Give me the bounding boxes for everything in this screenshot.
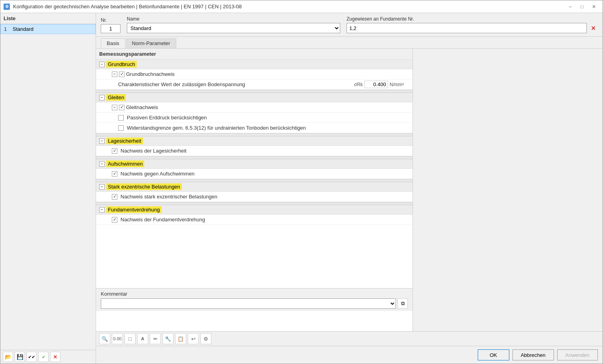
apply-button[interactable]: Anwenden bbox=[557, 349, 598, 360]
stark-exzentrisch-nachweis-row: Nachweis stark exzentrischer Belastungen bbox=[96, 192, 413, 202]
stark-exzentrisch-check[interactable] bbox=[112, 194, 117, 200]
fundamentverdrehung-check[interactable] bbox=[112, 217, 117, 223]
tab-basis[interactable]: Basis bbox=[101, 38, 125, 48]
comment-input-row: ⧉ bbox=[101, 298, 408, 309]
char-wert-input[interactable] bbox=[364, 81, 388, 88]
divider-1 bbox=[96, 90, 413, 93]
copy-icon: ⧉ bbox=[401, 300, 405, 307]
stark-exzentrisch-expand-btn[interactable]: − bbox=[99, 184, 105, 190]
assigned-input[interactable] bbox=[347, 23, 587, 33]
zero-button[interactable]: 0.00 bbox=[112, 333, 123, 344]
check-all-button[interactable]: ✔✔ bbox=[26, 352, 37, 362]
divider-3 bbox=[96, 156, 413, 159]
search-icon: 🔍 bbox=[102, 336, 108, 342]
split-area: Bemessungsparameter − Grundbruch − Grund… bbox=[96, 49, 603, 331]
close-button[interactable]: ✕ bbox=[588, 2, 599, 11]
name-label: Name bbox=[127, 16, 340, 22]
passiven-erddruck-row: Passiven Erddruck berücksichtigen bbox=[96, 113, 413, 123]
fundamentverdrehung-title: Fundamentverdrehung bbox=[106, 206, 162, 213]
ok-button[interactable]: OK bbox=[478, 349, 509, 360]
widerstandsgrenze-label: Widerstandsgrenze gem. 6.5.3(12) für und… bbox=[127, 125, 409, 131]
comment-label: Kommentar bbox=[101, 291, 408, 297]
gleitnachweis-label: Gleitnachweis bbox=[126, 104, 409, 110]
minimize-button[interactable]: – bbox=[565, 2, 576, 11]
comment-area: Kommentar ⧉ bbox=[96, 288, 413, 311]
lagesicherheit-expand-btn[interactable]: − bbox=[99, 138, 105, 144]
save-button[interactable]: 💾 bbox=[15, 352, 25, 362]
char-wert-row: Charakteristischer Wert der zulässigen B… bbox=[96, 79, 413, 90]
zero-icon: 0.00 bbox=[113, 336, 121, 341]
square-icon: □ bbox=[128, 336, 132, 342]
list-item-label: Standard bbox=[13, 26, 34, 32]
gleitnachweis-expand-btn[interactable]: − bbox=[112, 105, 117, 110]
assigned-clear-button[interactable]: ✕ bbox=[588, 23, 598, 33]
wrench-icon: 🔧 bbox=[165, 336, 171, 342]
divider-4 bbox=[96, 179, 413, 182]
nr-label: Nr. bbox=[101, 17, 121, 23]
undo-button[interactable]: ↩ bbox=[188, 333, 199, 344]
gleiten-section-header: − Gleiten bbox=[96, 93, 413, 102]
clipboard-button[interactable]: 📋 bbox=[175, 333, 186, 344]
title-bar: ⚙ Konfiguration der geotechnischen Analy… bbox=[0, 0, 603, 13]
passiven-erddruck-label: Passiven Erddruck berücksichtigen bbox=[127, 115, 409, 121]
stark-exzentrisch-section-header: − Stark exzentrische Belastungen bbox=[96, 182, 413, 192]
passiven-erddruck-check[interactable] bbox=[118, 115, 124, 121]
side-info-panel bbox=[413, 49, 603, 331]
left-panel-list: 1 Standard bbox=[0, 24, 96, 350]
fundamentverdrehung-section-header: − Fundamentverdrehung bbox=[96, 205, 413, 215]
search-button[interactable]: 🔍 bbox=[99, 333, 110, 344]
lagesicherheit-check[interactable] bbox=[112, 148, 117, 154]
form-area: Nr. Name Standard Zugewiesen an Fundamen… bbox=[96, 13, 603, 37]
left-panel-toolbar: 📂 💾 ✔✔ ✔ ✕ bbox=[0, 350, 96, 364]
delete-button[interactable]: ✕ bbox=[50, 352, 60, 362]
grundbruch-expand-btn[interactable]: − bbox=[99, 62, 105, 67]
wrench-button[interactable]: 🔧 bbox=[162, 333, 173, 344]
fundamentverdrehung-expand-btn[interactable]: − bbox=[99, 207, 105, 213]
square-button[interactable]: □ bbox=[124, 333, 136, 344]
tab-norm[interactable]: Norm-Parameter bbox=[126, 38, 176, 48]
divider-2 bbox=[96, 133, 413, 136]
nr-input[interactable] bbox=[101, 24, 121, 33]
tabs-bar: Basis Norm-Parameter bbox=[96, 37, 603, 49]
edit-button[interactable]: ✏ bbox=[150, 333, 161, 344]
aufschwimmen-title: Aufschwimmen bbox=[106, 160, 144, 167]
dialog-buttons: OK Abbrechen Anwenden bbox=[96, 346, 603, 364]
open-button[interactable]: 📂 bbox=[3, 352, 13, 362]
main-content: Liste 1 Standard 📂 💾 ✔✔ ✔ bbox=[0, 13, 603, 364]
gleitnachweis-check[interactable] bbox=[119, 105, 124, 110]
comment-copy-button[interactable]: ⧉ bbox=[398, 298, 408, 309]
title-bar-controls: – □ ✕ bbox=[565, 2, 599, 11]
list-item[interactable]: 1 Standard bbox=[0, 24, 96, 34]
maximize-button[interactable]: □ bbox=[577, 2, 588, 11]
check-button[interactable]: ✔ bbox=[38, 352, 49, 362]
name-dropdown[interactable]: Standard bbox=[127, 23, 340, 33]
comment-dropdown[interactable] bbox=[101, 298, 396, 309]
text-button[interactable]: A bbox=[137, 333, 148, 344]
lagesicherheit-nachweis-label: Nachweis der Lagesicherheit bbox=[121, 148, 409, 154]
left-panel-header: Liste bbox=[0, 13, 96, 24]
assigned-panel: Zugewiesen an Fundamente Nr. ✕ bbox=[347, 16, 598, 33]
check-all-icon: ✔✔ bbox=[28, 355, 35, 360]
aufschwimmen-nachweis-label: Nachweis gegen Aufschwimmen bbox=[121, 171, 409, 177]
aufschwimmen-expand-btn[interactable]: − bbox=[99, 161, 105, 167]
char-wert-symbol: σRk bbox=[339, 82, 363, 87]
widerstandsgrenze-check[interactable] bbox=[118, 125, 124, 131]
gear-button[interactable]: ⚙ bbox=[200, 333, 211, 344]
assigned-label: Zugewiesen an Fundamente Nr. bbox=[347, 16, 598, 22]
gear-icon: ⚙ bbox=[204, 336, 208, 342]
grundbruchnachweis-check[interactable] bbox=[119, 72, 124, 77]
edit-icon: ✏ bbox=[153, 336, 158, 342]
gleiten-expand-btn[interactable]: − bbox=[99, 95, 105, 100]
delete-icon: ✕ bbox=[53, 354, 58, 360]
fundamentverdrehung-nachweis-label: Nachweis der Fundamentverdrehung bbox=[121, 217, 409, 223]
grundbruchnachweis-expand-btn[interactable]: − bbox=[112, 72, 117, 77]
divider-5 bbox=[96, 202, 413, 205]
cancel-button[interactable]: Abbrechen bbox=[513, 349, 554, 360]
bemessungs-header: Bemessungsparameter bbox=[96, 49, 413, 60]
aufschwimmen-check[interactable] bbox=[112, 171, 117, 177]
gleiten-title: Gleiten bbox=[106, 94, 126, 101]
title-bar-left: ⚙ Konfiguration der geotechnischen Analy… bbox=[4, 4, 242, 10]
char-wert-unit: N/mm² bbox=[390, 82, 409, 87]
right-panel: Nr. Name Standard Zugewiesen an Fundamen… bbox=[96, 13, 603, 364]
name-group: Name Standard bbox=[127, 16, 340, 33]
